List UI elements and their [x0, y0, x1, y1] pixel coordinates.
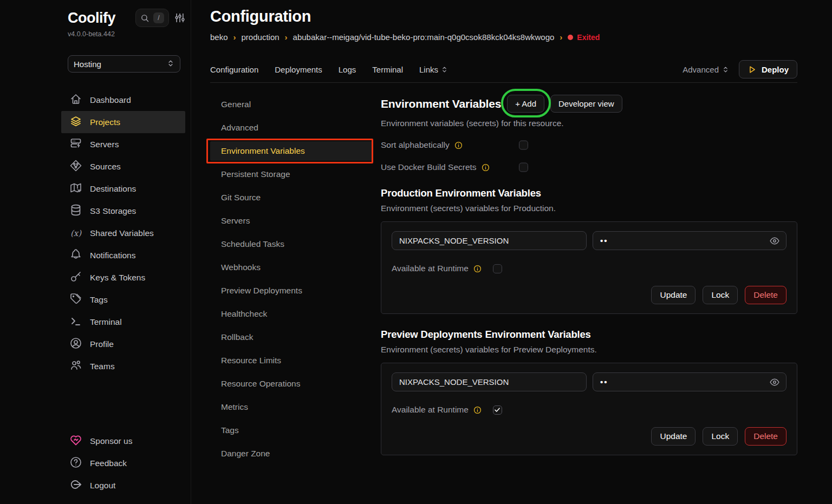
preview-section-description: Environment (secrets) variables for Prev…: [381, 345, 797, 355]
sidebar-item-label: Sources: [90, 162, 121, 172]
subnav-item-danger-zone[interactable]: Danger Zone: [210, 444, 373, 463]
eye-icon[interactable]: [769, 235, 780, 246]
deploy-button[interactable]: Deploy: [739, 60, 797, 78]
masked-value: ••: [600, 377, 769, 387]
status-text: Exited: [577, 33, 600, 42]
update-button[interactable]: Update: [651, 427, 696, 446]
tab-links[interactable]: Links: [419, 65, 448, 74]
users-icon: [69, 359, 82, 374]
sidebar-item-label: Notifications: [90, 251, 135, 260]
sidebar-item-terminal[interactable]: Terminal: [61, 311, 185, 333]
sidebar-item-feedback[interactable]: Feedback: [61, 452, 185, 474]
lock-button[interactable]: Lock: [703, 286, 738, 304]
chevron-updown-icon: [722, 66, 729, 73]
lock-button[interactable]: Lock: [703, 427, 738, 446]
sidebar-item-label: Destinations: [90, 184, 136, 194]
available-at-runtime-checkbox[interactable]: [493, 405, 502, 415]
tab-terminal[interactable]: Terminal: [372, 65, 403, 74]
tag-icon: [69, 292, 82, 307]
sidebar-nav: Dashboard Projects Servers Sources Desti…: [61, 89, 185, 377]
sidebar-item-sponsor-us[interactable]: Sponsor us: [61, 430, 185, 452]
logout-icon: [69, 478, 82, 493]
sidebar-item-logout[interactable]: Logout: [61, 474, 185, 496]
sort-alphabetically-checkbox[interactable]: [519, 141, 528, 150]
sidebar-item-label: Dashboard: [90, 95, 131, 105]
sidebar-item-notifications[interactable]: Notifications: [61, 244, 185, 266]
tab-configuration[interactable]: Configuration: [210, 65, 258, 74]
tab-deployments[interactable]: Deployments: [275, 65, 322, 74]
environment-variables-panel: Environment Variables + Add Developer vi…: [381, 95, 797, 504]
breadcrumb: beko › production › abubakar--meigag/vid…: [210, 32, 797, 42]
sidebar-item-servers[interactable]: Servers: [61, 133, 185, 155]
sidebar-item-dashboard[interactable]: Dashboard: [61, 89, 185, 111]
available-at-runtime-row: Available at Runtime: [392, 404, 786, 415]
sidebar-item-label: Terminal: [90, 317, 122, 327]
panel-title: Environment Variables: [381, 97, 501, 110]
subnav-item-servers[interactable]: Servers: [210, 211, 373, 231]
app-logo[interactable]: Coolify: [68, 10, 130, 27]
team-select[interactable]: Hosting: [68, 55, 180, 73]
terminal-icon: [69, 315, 82, 329]
status-badge: Exited: [568, 33, 600, 42]
sidebar-item-tags[interactable]: Tags: [61, 289, 185, 311]
developer-view-button[interactable]: Developer view: [550, 95, 622, 113]
subnav-item-environment-variables[interactable]: Environment Variables: [210, 141, 373, 161]
sidebar-item-label: Servers: [90, 140, 119, 149]
sidebar-item-s3-storages[interactable]: S3 Storages: [61, 200, 185, 222]
sidebar-item-teams[interactable]: Teams: [61, 355, 185, 377]
subnav-item-git-source[interactable]: Git Source: [210, 188, 373, 207]
breadcrumb-resource[interactable]: abubakar--meigag/vid-tube-beko-pro:main-…: [293, 32, 555, 42]
chevron-updown-icon: [167, 60, 174, 69]
breadcrumb-project[interactable]: beko: [210, 32, 228, 42]
search-box[interactable]: /: [135, 9, 169, 27]
search-shortcut-key: /: [153, 12, 164, 23]
update-button[interactable]: Update: [651, 286, 696, 304]
sidebar-item-label: Logout: [90, 481, 115, 490]
sidebar-item-label: Keys & Tokens: [90, 273, 145, 283]
sidebar-item-sources[interactable]: Sources: [61, 155, 185, 178]
tab-logs[interactable]: Logs: [339, 65, 356, 74]
settings-sliders-icon[interactable]: [174, 12, 185, 23]
advanced-dropdown[interactable]: Advanced: [682, 65, 729, 74]
sidebar-item-keys-tokens[interactable]: Keys & Tokens: [61, 266, 185, 289]
subnav-item-rollback[interactable]: Rollback: [210, 328, 373, 347]
tab-links-label: Links: [419, 65, 438, 74]
sidebar-item-destinations[interactable]: Destinations: [61, 178, 185, 200]
subnav-item-resource-operations[interactable]: Resource Operations: [210, 374, 373, 394]
variable-key-input[interactable]: [392, 231, 587, 250]
subnav-item-preview-deployments[interactable]: Preview Deployments: [210, 281, 373, 300]
variable-key-input[interactable]: [392, 372, 587, 391]
subnav-item-advanced[interactable]: Advanced: [210, 118, 373, 138]
docker-build-secrets-checkbox[interactable]: [519, 163, 528, 172]
page-title: Configuration: [210, 8, 797, 25]
subnav-item-resource-limits[interactable]: Resource Limits: [210, 351, 373, 370]
subnav-item-metrics[interactable]: Metrics: [210, 397, 373, 417]
available-at-runtime-checkbox[interactable]: [493, 264, 502, 273]
masked-value: ••: [600, 236, 769, 245]
variable-icon: (x): [69, 228, 82, 238]
variable-value-input[interactable]: ••: [593, 372, 786, 391]
delete-button[interactable]: Delete: [745, 286, 786, 304]
home-icon: [69, 93, 82, 107]
subnav-item-general[interactable]: General: [210, 95, 373, 114]
docker-build-secrets-label: Use Docker Build Secrets: [381, 162, 477, 172]
sidebar-item-shared-variables[interactable]: (x) Shared Variables: [61, 222, 185, 244]
subnav-item-tags[interactable]: Tags: [210, 421, 373, 440]
info-icon: [482, 163, 490, 172]
delete-button[interactable]: Delete: [745, 427, 786, 446]
subnav-item-scheduled-tasks[interactable]: Scheduled Tasks: [210, 234, 373, 254]
app-version: v4.0.0-beta.442: [68, 30, 185, 38]
heart-icon: [69, 434, 82, 448]
sidebar-item-profile[interactable]: Profile: [61, 333, 185, 355]
tabbar: Configuration Deployments Logs Terminal …: [210, 56, 797, 83]
subnav-item-healthcheck[interactable]: Healthcheck: [210, 304, 373, 324]
add-variable-button[interactable]: + Add: [507, 95, 544, 113]
subnav-item-webhooks[interactable]: Webhooks: [210, 258, 373, 277]
breadcrumb-environment[interactable]: production: [242, 32, 280, 42]
page-header: Configuration beko › production › abubak…: [210, 0, 797, 42]
subnav-item-persistent-storage[interactable]: Persistent Storage: [210, 165, 373, 184]
variable-value-input[interactable]: ••: [593, 231, 786, 250]
sidebar-item-projects[interactable]: Projects: [61, 111, 185, 133]
production-section-description: Environment (secrets) variables for Prod…: [381, 204, 797, 213]
eye-icon[interactable]: [769, 377, 780, 388]
